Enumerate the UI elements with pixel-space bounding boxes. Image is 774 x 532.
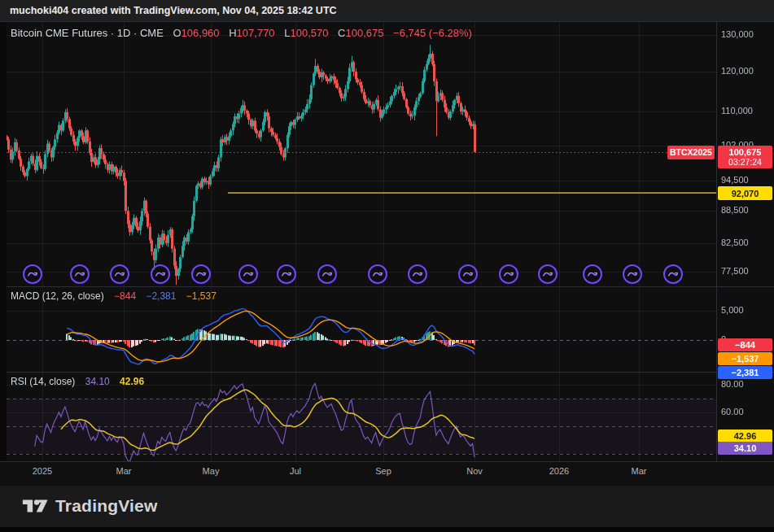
rsi-ma-value: 42.96 [120,376,144,387]
price-tick-label: 94,500 [721,175,749,185]
rollover-arrow-icon [626,268,639,281]
rollover-arrow-icon [541,268,554,281]
price-tick-label: 88,500 [721,205,749,215]
macd-axis-tag: −2,381 [718,366,772,379]
attribution-text: muchoki404 created with TradingView.com,… [10,5,337,16]
ohlc-close-value: 100,675 [345,27,383,39]
rollover-arrow-icon [73,268,86,281]
price-tick-label: 130,000 [721,29,754,39]
contract-rollover-marker[interactable] [663,264,683,284]
time-axis-label: Jul [275,466,316,476]
macd-signal-value: −1,537 [186,290,216,302]
rollover-arrow-icon [461,268,474,281]
tradingview-logo[interactable]: TradingView [21,495,158,517]
time-axis-label: Mar [619,466,659,476]
ohlc-high-value: 107,770 [237,27,275,39]
contract-rollover-marker[interactable] [368,264,387,284]
symbol-title: Bitcoin CME Futures · 1D · CME [11,27,164,39]
tradingview-chart-window: muchoki404 created with TradingView.com,… [0,0,774,532]
macd-tick-label: 5,000 [721,305,744,315]
time-axis-label: 2026 [539,466,579,476]
rollover-arrow-icon [195,268,208,281]
symbol-legend[interactable]: Bitcoin CME Futures · 1D · CME O106,960 … [11,27,472,39]
rollover-arrow-icon [154,268,167,281]
rollover-arrow-icon [113,268,126,281]
time-axis-label: Sep [363,466,404,476]
contract-rollover-marker[interactable] [317,264,337,284]
price-tick-label: 77,500 [721,266,749,276]
rollover-arrow-icon [321,268,334,281]
rollover-arrow-icon [586,268,599,281]
macd-hist-value: −844 [114,290,136,302]
contract-rollover-marker[interactable] [23,264,42,284]
price-tick-label: 110,000 [721,106,753,116]
contract-rollover-marker[interactable] [499,264,518,284]
macd-title: MACD (12, 26, close) [11,290,104,302]
bottom-edge [0,527,774,532]
rollover-arrow-icon [242,268,255,281]
yellow-level-tag: 92,070 [718,186,772,200]
rollover-arrow-icon [371,268,384,281]
macd-axis-tag: −1,537 [718,352,772,365]
attribution-bar: muchoki404 created with TradingView.com,… [0,0,774,22]
contract-rollover-marker[interactable] [151,264,170,284]
macd-legend[interactable]: MACD (12, 26, close) −844 −2,381 −1,537 [11,290,216,302]
ohlc-high-label: H [229,27,236,39]
contract-rollover-marker[interactable] [191,264,211,284]
tradingview-logo-icon [21,495,49,517]
contract-rollover-marker[interactable] [238,264,258,284]
contract-rollover-marker[interactable] [70,264,90,284]
contract-rollover-marker[interactable] [110,264,129,284]
ohlc-low-value: 100,570 [290,27,328,39]
left-margin [0,22,7,461]
last-price-value: 100,675 [718,147,772,157]
last-price-tag: 100,67503:27:24 [718,146,772,168]
rollover-arrow-icon [502,268,515,281]
bar-countdown: 03:27:24 [718,157,772,167]
tradingview-logo-text: TradingView [55,496,158,516]
time-axis-label: Mar [103,466,144,476]
time-axis-label: May [190,466,231,476]
symbol-price-tag: BTCX2025 [667,146,715,159]
contract-rollover-marker[interactable] [538,264,558,284]
rollover-arrow-icon [280,268,293,281]
rsi-legend[interactable]: RSI (14, close) 34.10 42.96 [11,376,144,387]
ohlc-open-label: O [173,27,181,39]
contract-rollover-marker[interactable] [583,264,602,284]
rollover-arrow-icon [667,268,680,281]
rsi-tick-label: 60.00 [721,407,744,416]
rsi-axis-tag: 34.10 [718,442,772,455]
price-tick-label: 82,500 [721,238,749,247]
contract-rollover-marker[interactable] [458,264,478,284]
rsi-axis-tag: 42.96 [718,430,772,443]
contract-rollover-marker[interactable] [408,264,427,284]
price-tick-label: 120,000 [721,66,754,76]
contract-rollover-marker[interactable] [623,264,642,284]
time-axis-label: 2025 [22,466,63,476]
symbol-change: −6,745 (−6.28%) [393,27,472,39]
macd-axis-tag: −844 [718,338,772,351]
rsi-tick-label: 80.00 [721,379,744,389]
rollover-arrow-icon [411,268,424,281]
rsi-value: 34.10 [85,376,110,387]
ohlc-open-value: 106,960 [181,27,220,39]
contract-rollover-marker[interactable] [277,264,296,284]
macd-line-value: −2,381 [146,290,176,302]
time-axis-label: Nov [454,466,495,476]
rsi-title: RSI (14, close) [11,376,75,387]
rollover-arrow-icon [26,268,39,281]
